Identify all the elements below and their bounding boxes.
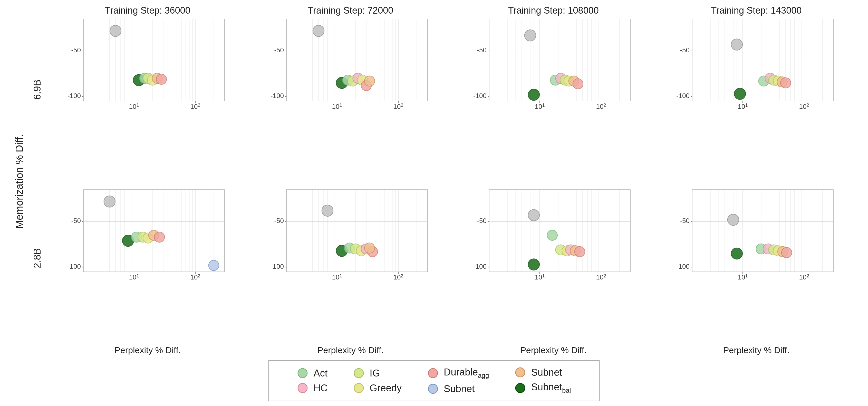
svg-text:101: 101 (738, 273, 748, 281)
y-axis-label: Memorization % Diff. (13, 134, 25, 229)
svg-text:101: 101 (535, 103, 545, 111)
legend-label-subnet: Subnet (531, 367, 562, 378)
x-axis-label-0: Perplexity % Diff. (46, 342, 249, 358)
chart-title: Training Step: 108000 (508, 5, 599, 16)
x-axis-label-2: Perplexity % Diff. (452, 342, 655, 358)
legend-item-greedy: Greedy (353, 382, 402, 394)
svg-text:102: 102 (393, 273, 403, 281)
svg-point-188 (209, 260, 219, 271)
svg-text:101: 101 (332, 103, 342, 111)
chart-svg: -50-100101102 (65, 17, 230, 114)
chart-cell: -50-100101102 (452, 174, 655, 342)
svg-point-257 (528, 210, 539, 221)
greedy-icon (353, 382, 365, 394)
svg-point-226 (365, 243, 375, 253)
legend-item-sou: Subnet (427, 383, 489, 395)
chart-svg: -50-100101102 (269, 17, 433, 114)
row-0-label: 6.9B (32, 80, 43, 100)
svg-text:101: 101 (332, 273, 342, 281)
svg-text:102: 102 (190, 273, 200, 281)
svg-rect-189 (286, 190, 428, 272)
svg-text:-100: -100 (271, 262, 284, 270)
svg-point-303 (298, 369, 307, 378)
svg-text:101: 101 (129, 103, 139, 111)
svg-text:102: 102 (596, 273, 606, 281)
legend-item-subnet: Subnet (515, 367, 571, 378)
svg-point-310 (516, 383, 525, 393)
svg-text:102: 102 (799, 273, 809, 281)
svg-rect-265 (692, 190, 833, 272)
svg-point-308 (428, 384, 438, 394)
x-axis-label-1: Perplexity % Diff. (249, 342, 452, 358)
legend-label-ig: IG (370, 368, 380, 379)
svg-point-264 (575, 247, 585, 257)
legend-item-hc: HC (297, 382, 328, 394)
chart-title: Training Step: 72000 (308, 5, 393, 16)
legend-label-act: Act (313, 368, 328, 379)
svg-text:102: 102 (596, 103, 606, 111)
svg-text:101: 101 (738, 103, 748, 111)
svg-point-144 (734, 88, 746, 100)
chart-cell: -50-100101102 (46, 174, 249, 342)
chart-cell: Training Step: 143000-50-100101102 (655, 5, 858, 174)
legend-item-act: Act (297, 368, 328, 379)
chart-title: Training Step: 143000 (711, 5, 802, 16)
svg-point-187 (154, 232, 164, 242)
svg-point-36 (156, 74, 166, 85)
svg-text:-100: -100 (676, 262, 690, 270)
main-container: Memorization % Diff. 6.9B Training Step:… (0, 0, 868, 406)
svg-text:-50: -50 (274, 217, 284, 225)
chart-svg: -50-100101102 (65, 187, 230, 285)
svg-point-219 (322, 205, 333, 216)
subnet-icon (515, 367, 526, 378)
chart-cell: -50-100101102 (249, 174, 452, 342)
svg-text:-100: -100 (67, 92, 81, 100)
svg-point-307 (428, 369, 438, 378)
svg-point-181 (104, 196, 115, 207)
svg-rect-75 (489, 19, 630, 101)
svg-point-305 (354, 369, 364, 378)
legend-label-hc: HC (313, 383, 328, 394)
act-icon (297, 368, 308, 379)
svg-text:-50: -50 (680, 217, 690, 225)
legend-item-subnet-bal: Subnetbal (515, 382, 571, 395)
svg-point-150 (780, 78, 791, 88)
legend-label-durable: Durableagg (444, 367, 489, 380)
chart-cell: Training Step: 36000-50-100101102 (46, 5, 249, 174)
subnet-bal-icon (515, 382, 526, 394)
svg-rect-37 (286, 19, 428, 101)
durable-icon (427, 368, 439, 379)
svg-rect-227 (489, 190, 630, 272)
svg-point-306 (354, 383, 364, 393)
chart-svg: -50-100101102 (471, 17, 636, 114)
svg-point-30 (110, 25, 121, 36)
svg-rect-113 (692, 19, 833, 101)
chart-cell: -50-100101102 (655, 174, 858, 342)
svg-text:-100: -100 (473, 92, 487, 100)
legend-label-subnet-bal: Subnetbal (531, 382, 571, 395)
legend: Act HC IG Greedy Durableagg (269, 360, 599, 401)
chart-svg: -50-100101102 (674, 187, 838, 285)
svg-text:-50: -50 (71, 46, 81, 54)
svg-point-296 (731, 248, 743, 259)
svg-text:-50: -50 (71, 217, 81, 225)
ig-icon (353, 368, 365, 379)
svg-text:102: 102 (393, 103, 403, 111)
svg-text:-50: -50 (680, 46, 690, 54)
row-1-label: 2.8B (32, 248, 43, 268)
svg-point-295 (727, 214, 739, 226)
chart-svg: -50-100101102 (471, 187, 636, 285)
svg-point-74 (365, 76, 375, 86)
svg-text:-50: -50 (477, 217, 487, 225)
legend-item-ig: IG (353, 368, 402, 379)
chart-svg: -50-100101102 (269, 187, 433, 285)
svg-point-259 (547, 230, 557, 241)
svg-text:102: 102 (190, 103, 200, 111)
svg-text:101: 101 (535, 273, 545, 281)
svg-point-309 (516, 368, 525, 377)
svg-point-304 (298, 383, 307, 393)
svg-point-112 (573, 79, 583, 89)
hc-icon (297, 382, 308, 394)
chart-svg: -50-100101102 (674, 17, 838, 114)
svg-point-67 (313, 25, 324, 36)
